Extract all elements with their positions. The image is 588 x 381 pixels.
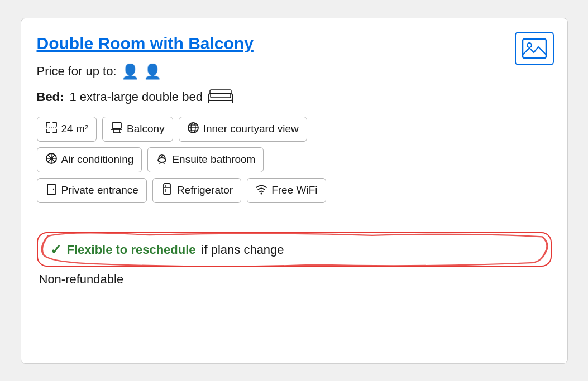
svg-rect-6: [210, 90, 231, 94]
flexible-section: ✓ Flexible to reschedule if plans change…: [37, 221, 552, 287]
svg-line-26: [164, 162, 164, 164]
amenity-entrance: Private entrance: [37, 178, 147, 203]
svg-line-25: [160, 162, 160, 164]
ac-icon: [45, 152, 58, 167]
svg-rect-8: [112, 123, 121, 128]
entrance-icon: [45, 183, 58, 198]
person-icon-2: 👤: [144, 63, 161, 80]
area-icon: [45, 122, 58, 137]
amenity-bathroom: Ensuite bathroom: [147, 147, 264, 172]
amenity-area-label: 24 m²: [61, 123, 89, 135]
room-image-icon[interactable]: [515, 32, 554, 65]
amenity-fridge-label: Refrigerator: [177, 184, 233, 196]
bed-description: 1 extra-large double bed: [69, 90, 203, 104]
amenity-courtyard-label: Inner courtyard view: [203, 123, 299, 135]
price-row: Price for up to: 👤 👤: [37, 63, 552, 80]
svg-point-29: [52, 188, 54, 189]
wifi-icon: [255, 183, 267, 198]
flexible-box: ✓ Flexible to reschedule if plans change: [37, 232, 552, 267]
amenities-row-3: Private entrance Refrigerator: [37, 178, 552, 203]
svg-rect-31: [164, 184, 170, 195]
room-title[interactable]: Double Room with Balcony: [37, 34, 254, 53]
amenity-entrance-label: Private entrance: [61, 184, 138, 196]
non-refundable-text: Non-refundable: [37, 272, 552, 287]
bathroom-icon: [156, 152, 168, 167]
amenity-courtyard: Inner courtyard view: [179, 117, 307, 142]
amenity-wifi: Free WiFi: [247, 178, 326, 203]
bed-icon: [208, 88, 233, 107]
svg-point-27: [161, 155, 163, 156]
balcony-icon: [111, 122, 123, 137]
amenities-row-2: Air conditioning Ensuite bathroom: [37, 147, 552, 172]
amenity-ac-label: Air conditioning: [61, 153, 134, 166]
flexible-rest-text: if plans change: [202, 243, 284, 257]
room-card: Double Room with Balcony Price for up to…: [21, 18, 568, 364]
amenity-balcony-label: Balcony: [127, 123, 165, 135]
amenity-bathroom-label: Ensuite bathroom: [172, 153, 255, 166]
flexible-bold-text: Flexible to reschedule: [67, 243, 196, 257]
bed-row: Bed: 1 extra-large double bed: [37, 88, 552, 107]
svg-rect-0: [523, 39, 546, 58]
amenity-fridge: Refrigerator: [152, 178, 241, 203]
amenities-row-1: 24 m² Balcony: [37, 117, 552, 142]
amenity-balcony: Balcony: [102, 117, 173, 142]
svg-rect-3: [211, 94, 231, 98]
svg-point-1: [527, 43, 532, 47]
svg-rect-2: [209, 94, 232, 100]
person-icon-1: 👤: [121, 63, 139, 80]
price-label: Price for up to:: [37, 64, 117, 79]
bed-label: Bed:: [37, 90, 64, 104]
svg-point-24: [158, 158, 166, 162]
svg-point-35: [261, 192, 262, 194]
flexible-line: ✓ Flexible to reschedule if plans change: [50, 242, 538, 258]
fridge-icon: [161, 183, 173, 198]
amenity-ac: Air conditioning: [37, 147, 142, 172]
amenity-wifi-label: Free WiFi: [271, 184, 317, 196]
amenity-area: 24 m²: [37, 117, 97, 142]
courtyard-icon: [187, 122, 199, 137]
check-icon: ✓: [50, 242, 61, 258]
